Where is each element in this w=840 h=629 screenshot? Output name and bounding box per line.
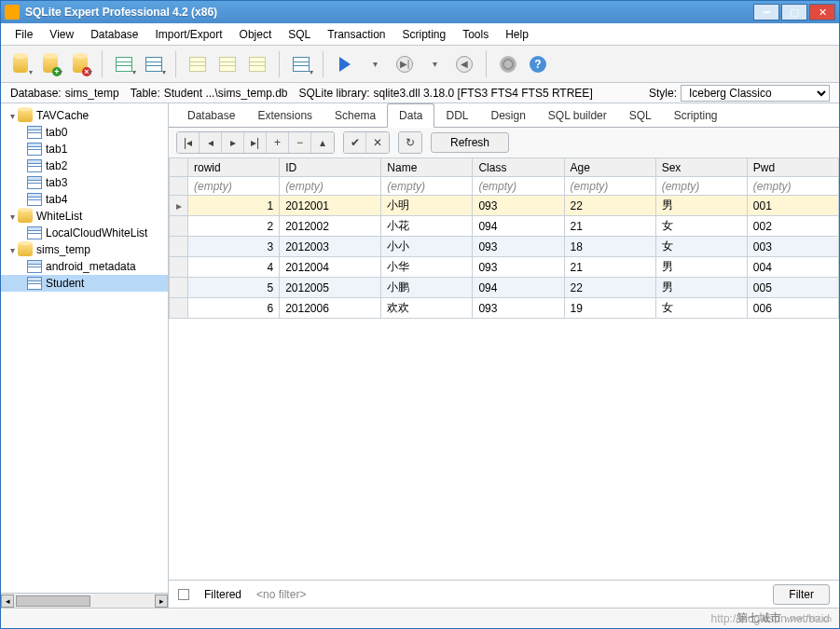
table-row[interactable]: 32012003小小09318女003 bbox=[170, 237, 839, 257]
table-row[interactable]: 42012004小华09321男004 bbox=[170, 257, 839, 278]
nav-add-button[interactable]: + bbox=[267, 132, 289, 153]
table-row[interactable]: 52012005小鹏09422男005 bbox=[170, 278, 839, 298]
tree-db-sims_temp[interactable]: ▾sims_temp bbox=[1, 241, 168, 258]
data-grid[interactable]: rowidIDNameClassAgeSexPwd (empty)(empty)… bbox=[169, 157, 839, 319]
tab-data[interactable]: Data bbox=[387, 103, 434, 128]
tree-table-tab0[interactable]: tab0 bbox=[1, 124, 168, 141]
cell-id[interactable]: 2012005 bbox=[280, 278, 381, 298]
cell-class[interactable]: 093 bbox=[473, 298, 564, 319]
minimize-button[interactable]: ━ bbox=[753, 4, 779, 21]
cell-rowid[interactable]: 2 bbox=[188, 216, 280, 237]
step-forward-button[interactable]: ▶| bbox=[391, 50, 419, 78]
cell-sex[interactable]: 男 bbox=[655, 257, 747, 278]
cell-pwd[interactable]: 005 bbox=[747, 278, 838, 298]
tree-table-tab1[interactable]: tab1 bbox=[1, 141, 168, 157]
cell-pwd[interactable]: 003 bbox=[747, 237, 838, 257]
tab-sql-builder[interactable]: SQL builder bbox=[537, 104, 618, 127]
new-table-button[interactable] bbox=[184, 50, 212, 78]
cell-id[interactable]: 2012004 bbox=[280, 257, 381, 278]
empty-cell[interactable]: (empty) bbox=[188, 177, 280, 196]
tree-table-tab2[interactable]: tab2 bbox=[1, 157, 168, 174]
menu-view[interactable]: View bbox=[43, 25, 80, 44]
cell-age[interactable]: 22 bbox=[564, 196, 655, 216]
column-header-name[interactable]: Name bbox=[381, 158, 473, 177]
tree-table-localcloudwhitelist[interactable]: LocalCloudWhiteList bbox=[1, 225, 168, 241]
step-dropdown-button[interactable]: ▾ bbox=[420, 50, 448, 78]
cell-sex[interactable]: 男 bbox=[655, 196, 747, 216]
empty-cell[interactable]: (empty) bbox=[381, 177, 473, 196]
import-button[interactable]: ▾ bbox=[110, 50, 138, 78]
help-button[interactable]: ? bbox=[524, 50, 552, 78]
tree-db-tavcache[interactable]: ▾TAVCache bbox=[1, 107, 168, 124]
close-button[interactable]: ✕ bbox=[809, 4, 835, 21]
menu-sql[interactable]: SQL bbox=[282, 25, 317, 44]
table-row[interactable]: ▸12012001小明09322男001 bbox=[170, 196, 839, 216]
tab-extensions[interactable]: Extensions bbox=[246, 104, 324, 127]
tree-db-whitelist[interactable]: ▾WhiteList bbox=[1, 208, 168, 225]
filter-button[interactable]: Filter bbox=[773, 584, 830, 605]
new-view-button[interactable] bbox=[213, 50, 241, 78]
cell-id[interactable]: 2012001 bbox=[280, 196, 381, 216]
table-row[interactable]: 62012006欢欢09319女006 bbox=[170, 298, 839, 319]
empty-cell[interactable]: (empty) bbox=[280, 177, 381, 196]
cell-sex[interactable]: 男 bbox=[655, 278, 747, 298]
tab-schema[interactable]: Schema bbox=[324, 104, 387, 127]
tree-table-tab4[interactable]: tab4 bbox=[1, 191, 168, 208]
cell-sex[interactable]: 女 bbox=[655, 298, 747, 319]
nav-delete-button[interactable]: − bbox=[289, 132, 311, 153]
cell-rowid[interactable]: 5 bbox=[188, 278, 280, 298]
cell-sex[interactable]: 女 bbox=[655, 237, 747, 257]
cell-rowid[interactable]: 3 bbox=[188, 237, 280, 257]
settings-button[interactable] bbox=[494, 50, 522, 78]
cell-name[interactable]: 小华 bbox=[381, 257, 473, 278]
cell-class[interactable]: 094 bbox=[473, 216, 564, 237]
nav-first-button[interactable]: |◂ bbox=[177, 132, 200, 153]
new-database-button[interactable]: +▾ bbox=[36, 50, 64, 78]
column-header-sex[interactable]: Sex bbox=[655, 158, 747, 177]
tab-database[interactable]: Database bbox=[176, 104, 246, 127]
tree-table-android_metadata[interactable]: android_metadata bbox=[1, 258, 168, 275]
empty-cell[interactable]: (empty) bbox=[747, 177, 838, 196]
menu-database[interactable]: Database bbox=[84, 25, 145, 44]
cell-name[interactable]: 小鹏 bbox=[381, 278, 473, 298]
cell-id[interactable]: 2012003 bbox=[280, 237, 381, 257]
cell-id[interactable]: 2012006 bbox=[280, 298, 381, 319]
cell-name[interactable]: 小明 bbox=[381, 196, 473, 216]
nav-last-button[interactable]: ▸| bbox=[244, 132, 267, 153]
column-header-class[interactable]: Class bbox=[473, 158, 564, 177]
style-select[interactable]: Iceberg Classico bbox=[681, 85, 830, 102]
cell-pwd[interactable]: 006 bbox=[747, 298, 838, 319]
cell-name[interactable]: 小小 bbox=[381, 237, 473, 257]
cell-name[interactable]: 小花 bbox=[381, 216, 473, 237]
column-header-rowid[interactable]: rowid bbox=[188, 158, 280, 177]
refresh-button[interactable]: Refresh bbox=[431, 132, 509, 153]
maximize-button[interactable]: ▢ bbox=[781, 4, 807, 21]
tree-horizontal-scrollbar[interactable]: ◂▸ bbox=[1, 593, 168, 608]
table-row[interactable]: 22012002小花09421女002 bbox=[170, 216, 839, 237]
tree-table-tab3[interactable]: tab3 bbox=[1, 174, 168, 191]
execute-dropdown-button[interactable]: ▾ bbox=[361, 50, 389, 78]
cell-age[interactable]: 22 bbox=[564, 278, 655, 298]
cell-class[interactable]: 093 bbox=[473, 257, 564, 278]
empty-cell[interactable]: (empty) bbox=[564, 177, 655, 196]
cell-age[interactable]: 19 bbox=[564, 298, 655, 319]
cell-name[interactable]: 欢欢 bbox=[381, 298, 473, 319]
menu-object[interactable]: Object bbox=[233, 25, 279, 44]
tab-scripting[interactable]: Scripting bbox=[663, 104, 729, 127]
database-tree[interactable]: ▾TAVCachetab0tab1tab2tab3tab4▾WhiteListL… bbox=[1, 103, 168, 593]
column-header-id[interactable]: ID bbox=[280, 158, 381, 177]
menu-file[interactable]: File bbox=[8, 25, 39, 44]
nav-refresh-button[interactable]: ↻ bbox=[399, 132, 421, 153]
tree-table-student[interactable]: Student bbox=[1, 275, 168, 292]
menu-help[interactable]: Help bbox=[499, 25, 535, 44]
cell-class[interactable]: 093 bbox=[473, 237, 564, 257]
cell-pwd[interactable]: 002 bbox=[747, 216, 838, 237]
cell-age[interactable]: 18 bbox=[564, 237, 655, 257]
cell-pwd[interactable]: 001 bbox=[747, 196, 838, 216]
remove-database-button[interactable]: ×▾ bbox=[66, 50, 94, 78]
empty-cell[interactable]: (empty) bbox=[655, 177, 747, 196]
nav-cancel-button[interactable]: ✕ bbox=[366, 132, 389, 153]
cell-rowid[interactable]: 4 bbox=[188, 257, 280, 278]
cell-rowid[interactable]: 6 bbox=[188, 298, 280, 319]
execute-button[interactable] bbox=[331, 50, 359, 78]
